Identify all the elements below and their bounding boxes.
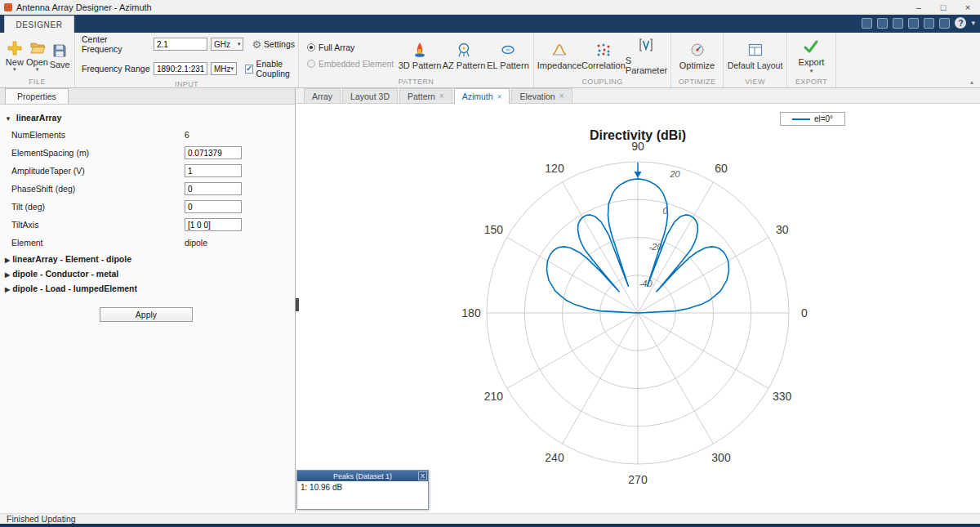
- new-button[interactable]: New ▾: [3, 39, 26, 72]
- impedance-button[interactable]: Impedance: [537, 41, 581, 70]
- property-rows: NumElements6ElementSpacing (m)AmplitudeT…: [0, 126, 295, 252]
- correlation-dots-icon: [595, 41, 612, 59]
- frequency-range-unit-select[interactable]: MHz ▾: [211, 62, 237, 75]
- doc-tab-label: Array: [312, 92, 332, 101]
- quick-cut-icon[interactable]: [877, 18, 888, 29]
- center-frequency-unit-select[interactable]: GHz ▾: [211, 38, 243, 51]
- apply-button[interactable]: Apply: [100, 307, 193, 322]
- close-icon[interactable]: X: [418, 471, 427, 480]
- doc-tab-pattern[interactable]: Pattern×: [399, 88, 452, 103]
- doc-tab-array[interactable]: Array: [304, 88, 341, 103]
- azimuth-plot-area: Directivity (dBi) el=0° 0306090120150180…: [296, 104, 980, 513]
- el-pattern-button[interactable]: EL Pattern: [486, 41, 530, 70]
- export-button[interactable]: Export ▾: [799, 38, 825, 73]
- save-floppy-icon: [51, 42, 68, 60]
- optimize-gauge-icon: [689, 41, 706, 59]
- azimuth-bulb-icon: [456, 41, 472, 59]
- doc-tab-label: Azimuth: [462, 92, 493, 101]
- doc-tab-layout-3d[interactable]: Layout 3D: [342, 88, 398, 103]
- property-group-label: dipole - Conductor - metal: [12, 269, 118, 279]
- property-input-amplitudetaper-v-[interactable]: [185, 164, 242, 177]
- peaks-panel-header[interactable]: Peaks (Dataset 1) X: [297, 471, 428, 481]
- polar-plot: 0306090120150180210240270300330200-20-40: [296, 104, 980, 513]
- property-input-elementspacing-m-[interactable]: [185, 146, 242, 159]
- property-group-label: dipole - Load - lumpedElement: [12, 284, 137, 293]
- radial-tick-label: 20: [669, 169, 680, 179]
- open-button[interactable]: Open ▾: [26, 39, 49, 72]
- new-plus-icon: [7, 39, 23, 57]
- default-layout-button[interactable]: Default Layout: [728, 41, 783, 70]
- correlation-button[interactable]: Correlation: [581, 41, 626, 70]
- minimize-button[interactable]: –: [906, 0, 931, 14]
- angle-tick-label: 150: [484, 223, 504, 236]
- settings-button[interactable]: ⚙ Settings: [252, 38, 295, 51]
- property-group-header[interactable]: ▶linearArray - Element - dipole: [0, 252, 295, 266]
- main-area: ArrayLayout 3DPattern×Azimuth×Elevation×…: [296, 88, 980, 513]
- s-parameter-label: S Parameter: [626, 56, 667, 75]
- quick-redo-icon[interactable]: [939, 18, 950, 29]
- peaks-panel[interactable]: Peaks (Dataset 1) X 1: 10.96 dB: [296, 470, 429, 510]
- angle-tick-label: 0: [801, 306, 808, 319]
- property-group-header[interactable]: ▶dipole - Conductor - metal: [0, 266, 295, 281]
- property-group-lineararray[interactable]: ▼ linearArray: [0, 109, 295, 126]
- property-label: NumElements: [0, 130, 185, 140]
- triangle-down-icon: ▼: [5, 115, 11, 123]
- impedance-label: Impedance: [537, 60, 581, 70]
- doc-tab-azimuth[interactable]: Azimuth×: [454, 88, 510, 104]
- toolbar-section-input: Center Frequency GHz ▾ ⚙ Settings Freque…: [75, 33, 299, 87]
- chevron-down-icon: ▾: [13, 67, 16, 72]
- chevron-down-icon[interactable]: ▾: [971, 19, 975, 27]
- embedded-element-label: Embedded Element: [318, 59, 394, 69]
- close-icon[interactable]: ×: [497, 92, 502, 101]
- save-button[interactable]: Save: [48, 42, 71, 69]
- property-row: PhaseShift (deg): [0, 180, 295, 198]
- chevron-down-icon: ▾: [810, 69, 813, 73]
- title-bar: Antenna Array Designer - Azimuth – □ ×: [0, 0, 980, 15]
- help-icon[interactable]: ?: [955, 17, 966, 29]
- section-label-file: FILE: [0, 78, 74, 87]
- angle-tick-label: 180: [461, 306, 481, 319]
- property-value: dipole: [185, 238, 207, 248]
- tab-properties[interactable]: Properties: [5, 88, 69, 104]
- save-button-label: Save: [50, 60, 70, 69]
- doc-tab-label: Pattern: [408, 92, 435, 101]
- optimize-button[interactable]: Optimize: [679, 41, 715, 70]
- quick-copy-icon[interactable]: [893, 18, 903, 29]
- peaks-panel-body: 1: 10.96 dB: [297, 481, 428, 509]
- angle-tick-label: 120: [545, 162, 564, 175]
- property-row: NumElements6: [0, 126, 295, 144]
- pattern-3d-button[interactable]: 3D Pattern: [398, 41, 442, 70]
- close-icon[interactable]: ×: [439, 92, 444, 100]
- checkbox-checked-icon: ✓: [245, 65, 253, 74]
- close-icon[interactable]: ×: [559, 92, 564, 100]
- full-array-radio[interactable]: Full Array: [307, 42, 398, 52]
- property-input-tiltaxis[interactable]: [185, 218, 242, 231]
- az-pattern-button[interactable]: AZ Pattern: [442, 41, 486, 70]
- chevron-down-icon: ▾: [238, 41, 241, 47]
- impedance-curve-icon: [551, 41, 568, 59]
- section-label-pattern: PATTERN: [299, 78, 533, 87]
- quick-save-icon[interactable]: [862, 18, 872, 29]
- embedded-element-radio[interactable]: Embedded Element: [307, 59, 398, 69]
- quick-paste-icon[interactable]: [908, 18, 919, 29]
- center-frequency-input[interactable]: [154, 38, 207, 51]
- doc-tab-elevation[interactable]: Elevation×: [511, 88, 572, 103]
- quick-undo-icon[interactable]: [924, 18, 934, 29]
- close-button[interactable]: ×: [956, 0, 980, 14]
- enable-coupling-checkbox[interactable]: ✓ Enable Coupling: [245, 59, 295, 78]
- s-parameter-button[interactable]: S Parameter: [626, 36, 667, 75]
- property-input-tilt-deg-[interactable]: [185, 200, 242, 213]
- panel-tab-bar: Properties: [0, 88, 295, 105]
- ribbon-tab-designer[interactable]: DESIGNER: [4, 16, 74, 33]
- property-input-phaseshift-deg-[interactable]: [185, 182, 242, 195]
- peak-marker-arrow[interactable]: [635, 172, 642, 178]
- doc-tab-label: Elevation: [519, 92, 555, 101]
- property-group-header[interactable]: ▶dipole - Load - lumpedElement: [0, 281, 295, 296]
- frequency-range-input[interactable]: [154, 62, 207, 75]
- collapse-ribbon-icon[interactable]: ▴: [970, 78, 973, 86]
- settings-label: Settings: [264, 39, 295, 49]
- property-label: AmplitudeTaper (V): [0, 166, 185, 176]
- app-window: Antenna Array Designer - Azimuth – □ × D…: [0, 0, 980, 527]
- maximize-button[interactable]: □: [931, 0, 956, 14]
- property-row: Elementdipole: [0, 234, 295, 252]
